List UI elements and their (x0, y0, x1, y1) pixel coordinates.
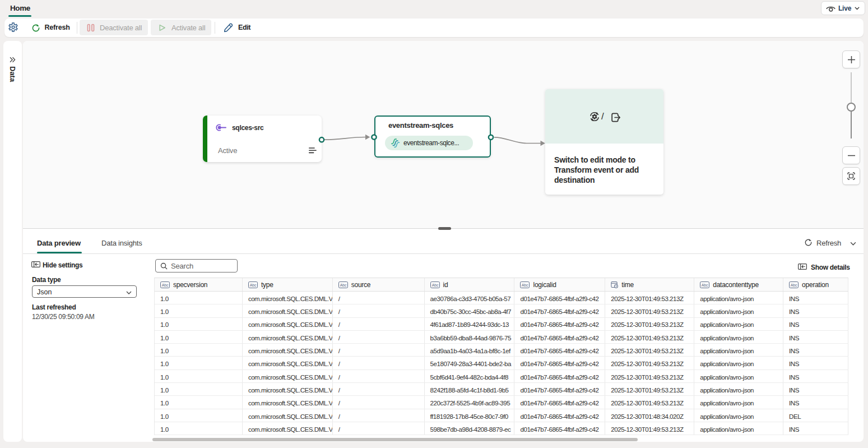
svg-text:Abc: Abc (522, 283, 528, 287)
svg-text:Abc: Abc (162, 283, 169, 287)
svg-text:Abc: Abc (431, 283, 438, 287)
svg-text:Abc: Abc (250, 283, 257, 287)
svg-text:Abc: Abc (340, 283, 347, 287)
svg-text:Abc: Abc (791, 283, 797, 287)
svg-text:Abc: Abc (702, 283, 708, 287)
